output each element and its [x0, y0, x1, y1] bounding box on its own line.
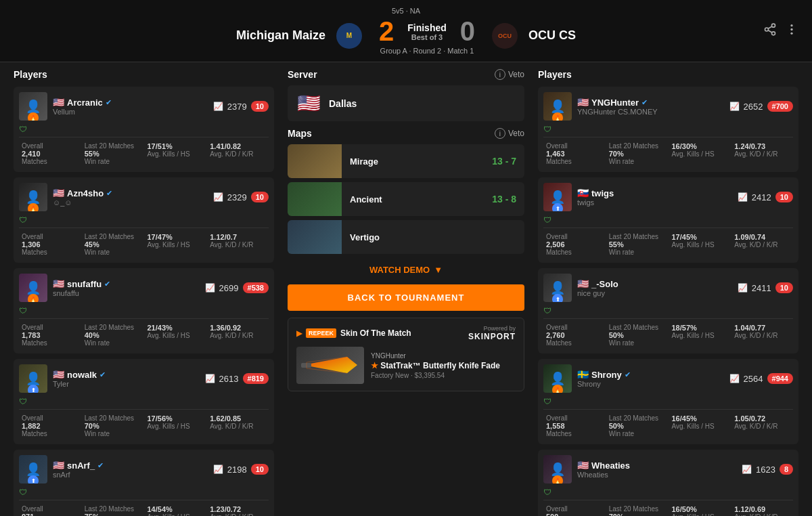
- player-card-shrony: 👤 🔥 🇸🇪 Shrony ✔ Shrony 📈 25: [538, 359, 798, 444]
- player-card-nowalk: 👤 ⬆ 🇺🇸 nowalk ✔ Tyler 📈 2613: [14, 359, 274, 444]
- verified-snufaffu: ✔: [104, 280, 110, 288]
- skin-image: [296, 347, 364, 384]
- back-to-tournament-button[interactable]: BACK TO TOURNAMENT: [288, 284, 524, 311]
- share-button[interactable]: [763, 22, 777, 39]
- repeek-icon: ▶: [296, 329, 302, 338]
- skin-weapon: ★ StatTrak™ Butterfly Knife Fade: [371, 361, 516, 370]
- server-flag: 🇺🇸: [297, 92, 321, 114]
- rank-badge-solo: ⬆: [552, 294, 563, 302]
- flag-snufaffu: 🇺🇸: [53, 278, 64, 289]
- avatar-snufaffu: 👤 🔥: [19, 274, 47, 302]
- more-options-button[interactable]: [785, 22, 798, 39]
- right-panel-title: Players: [538, 69, 798, 80]
- server-info-icon: i: [495, 69, 505, 80]
- svg-line-4: [768, 26, 772, 28]
- server-name: Dallas: [329, 98, 357, 109]
- badge-arcranic: 10: [251, 101, 269, 112]
- rank-badge-wheaties: 🔥: [552, 475, 563, 483]
- rank-badge-azn4sho: 🔥: [28, 203, 39, 211]
- badge-wheaties: 8: [780, 464, 793, 475]
- svg-point-0: [772, 24, 775, 27]
- left-panel: Players 👤 🔥 🇺🇸 Arcranic ✔ Vellum: [7, 69, 281, 516]
- map-thumb-ancient: [288, 182, 342, 216]
- svg-line-3: [768, 30, 772, 32]
- trend-arcranic: 📈: [213, 102, 223, 111]
- avatar-wheaties: 👤 🔥: [543, 455, 572, 483]
- stats-solo: Overall2,760Matches Last 20 Matches50%Wi…: [543, 318, 793, 348]
- server-veto-button[interactable]: i Veto: [495, 69, 524, 80]
- svg-point-7: [790, 32, 792, 34]
- rating-azn4sho: 2329: [227, 192, 247, 202]
- map-score-mirage: 13 - 7: [492, 156, 516, 167]
- sub-solo: nice guy: [577, 289, 732, 297]
- trend-shrony: 📈: [729, 374, 740, 383]
- name-azn4sho: Azn4sho: [67, 188, 104, 198]
- trend-solo: 📈: [738, 283, 748, 293]
- player-card-wheaties: 👤 🔥 🇺🇸 Wheaties Wheaties 📈 1623: [538, 450, 798, 516]
- avatar-ynghunter: 👤 🔥: [543, 92, 572, 121]
- name-twigs: twigs: [591, 188, 614, 198]
- team1-name: Michigan Maize: [236, 28, 325, 43]
- svg-point-5: [790, 24, 792, 26]
- player-card-azn4sho: 👤 🔥 🇺🇸 Azn4sho ✔ ☺_☺ 📈 2329: [14, 177, 274, 263]
- server-card: 🇺🇸 Dallas: [288, 85, 524, 121]
- map-thumb-vertigo: [288, 220, 342, 254]
- svg-point-1: [765, 28, 769, 31]
- verified-snarf: ✔: [97, 461, 104, 470]
- player-card-arcranic: 👤 🔥 🇺🇸 Arcranic ✔ Vellum 📈: [14, 87, 274, 172]
- trend-snarf: 📈: [213, 465, 223, 474]
- rank-badge-twigs: ⬆: [552, 203, 563, 211]
- left-panel-title: Players: [14, 69, 274, 80]
- maps-title: Maps: [288, 128, 312, 139]
- avatar-nowalk: 👤 ⬆: [19, 364, 47, 393]
- flag-arcranic: 🇺🇸: [53, 97, 64, 108]
- player-card-snufaffu: 👤 🔥 🇺🇸 snufaffu ✔ snufaffu 📈: [14, 268, 274, 353]
- match-group: Group A · Round 2 · Match 1: [373, 47, 481, 55]
- badge-azn4sho: 10: [251, 192, 269, 202]
- team1-logo: M: [336, 23, 362, 49]
- name-snarf: snArf_: [67, 460, 95, 471]
- trend-wheaties: 📈: [742, 465, 752, 474]
- center-panel: Server i Veto 🇺🇸 Dallas Maps i Veto Mira: [281, 69, 531, 516]
- stats-ynghunter: Overall1,463Matches Last 20 Matches70%Wi…: [543, 137, 793, 167]
- rating-snufaffu: 2699: [219, 283, 239, 293]
- shield-wheaties: 🛡: [543, 488, 551, 497]
- rating-solo: 2411: [752, 283, 771, 293]
- flag-azn4sho: 🇺🇸: [53, 188, 64, 198]
- stats-shrony: Overall1,558Matches Last 20 Matches50%Wi…: [543, 409, 793, 439]
- rank-badge-snufaffu: 🔥: [28, 294, 39, 302]
- stats-azn4sho: Overall1,306Matches Last 20 Matches45%Wi…: [19, 228, 269, 257]
- stats-twigs: Overall2,506Matches Last 20 Matches55%Wi…: [543, 228, 793, 257]
- maps-section-header: Maps i Veto: [288, 128, 524, 139]
- rank-badge-nowalk: ⬆: [28, 385, 39, 393]
- avatar-azn4sho: 👤 🔥: [19, 183, 47, 211]
- skin-title: Skin Of The Match: [340, 328, 411, 338]
- avatar-arcranic: 👤 🔥: [19, 92, 47, 121]
- svg-point-6: [790, 28, 792, 30]
- rating-twigs: 2412: [752, 192, 771, 202]
- map-name-mirage: Mirage: [350, 156, 378, 167]
- flag-shrony: 🇸🇪: [577, 369, 589, 380]
- verified-azn4sho: ✔: [106, 189, 112, 198]
- avatar-solo: 👤 ⬆: [543, 274, 572, 302]
- shield-snufaffu: 🛡: [19, 306, 27, 316]
- flag-twigs: 🇸🇰: [577, 188, 589, 198]
- badge-nowalk: #819: [243, 373, 269, 384]
- sub-ynghunter: YNGHunter CS.MONEY: [577, 108, 724, 116]
- sub-nowalk: Tyler: [53, 380, 200, 388]
- name-shrony: Shrony: [591, 370, 622, 380]
- stats-snarf: Overall971Matches Last 20 Matches75%Win …: [19, 500, 269, 516]
- team2-name: OCU CS: [528, 28, 576, 43]
- badge-shrony: #944: [767, 373, 793, 384]
- right-panel: Players 👤 🔥 🇺🇸 YNGHunter ✔ YNGHunter CS.: [531, 69, 805, 516]
- maps-veto-button[interactable]: i Veto: [495, 128, 524, 139]
- match-header: 5v5 · NA Michigan Maize M 2 Finished Bes…: [0, 0, 812, 62]
- rating-wheaties: 1623: [756, 465, 775, 475]
- chevron-down-icon: ▼: [434, 265, 443, 275]
- verified-nowalk: ✔: [99, 370, 106, 379]
- skin-of-match-card: ▶ REPEEK Skin Of The Match Powered by SK…: [288, 318, 524, 391]
- shield-shrony: 🛡: [543, 397, 551, 406]
- map-name-vertigo: Vertigo: [350, 232, 380, 242]
- skinport-logo: SKINPORT: [468, 332, 516, 341]
- watch-demo-button[interactable]: WATCH DEMO ▼: [288, 258, 524, 282]
